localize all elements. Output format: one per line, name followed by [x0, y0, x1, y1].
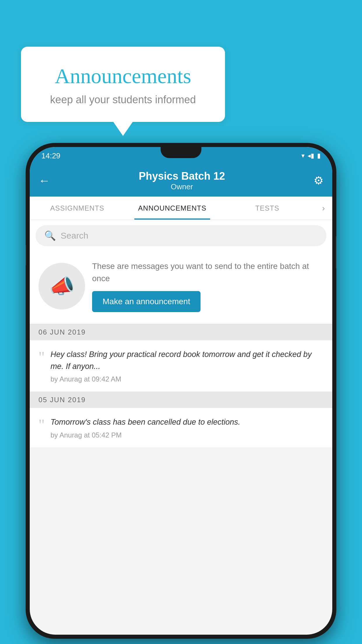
wifi-icon: ▾: [301, 152, 305, 160]
phone-mockup: 14:29 ▾ ◂▮ ▮ ← Physics Batch 12 Owner ⚙: [26, 143, 336, 639]
tab-more[interactable]: ›: [315, 204, 332, 213]
phone-volume-button: [26, 245, 26, 265]
announcement-text-1: Hey class! Bring your practical record b…: [50, 349, 324, 372]
date-separator-2: 05 JUN 2019: [30, 392, 332, 408]
announcement-meta-1: by Anurag at 09:42 AM: [50, 375, 324, 383]
signal-icon: ◂▮: [307, 152, 314, 160]
batch-title: Physics Batch 12: [139, 170, 225, 182]
bubble-title: Announcements: [38, 64, 208, 88]
promo-content: These are messages you want to send to t…: [92, 260, 324, 312]
owner-label: Owner: [139, 182, 225, 191]
date-label-1: 06 JUN 2019: [38, 328, 86, 336]
announcement-item-2[interactable]: " Tomorrow's class has been cancelled du…: [30, 408, 332, 448]
date-separator-1: 06 JUN 2019: [30, 324, 332, 340]
speech-bubble: Announcements keep all your students inf…: [21, 47, 225, 122]
status-time: 14:29: [41, 151, 60, 160]
tabs-bar: ASSIGNMENTS ANNOUNCEMENTS TESTS ›: [30, 197, 332, 220]
promo-card: 📣 These are messages you want to send to…: [30, 251, 332, 324]
search-icon: 🔍: [44, 230, 56, 241]
quote-icon-1: ": [38, 350, 45, 365]
announcement-content-1: Hey class! Bring your practical record b…: [50, 349, 324, 383]
status-icons: ▾ ◂▮ ▮: [301, 152, 321, 160]
phone-outer: 14:29 ▾ ◂▮ ▮ ← Physics Batch 12 Owner ⚙: [26, 143, 336, 639]
phone-power-button: [336, 236, 336, 268]
search-container: 🔍 Search: [30, 220, 332, 251]
speech-bubble-container: Announcements keep all your students inf…: [21, 47, 225, 122]
bubble-subtitle: keep all your students informed: [38, 94, 208, 106]
announcement-content-2: Tomorrow's class has been cancelled due …: [50, 416, 324, 439]
phone-screen: 14:29 ▾ ◂▮ ▮ ← Physics Batch 12 Owner ⚙: [30, 147, 332, 635]
battery-icon: ▮: [317, 152, 321, 160]
date-label-2: 05 JUN 2019: [38, 396, 86, 404]
tab-tests[interactable]: TESTS: [220, 197, 315, 220]
phone-notch: [161, 147, 201, 158]
make-announcement-button[interactable]: Make an announcement: [92, 291, 201, 312]
quote-icon-2: ": [38, 417, 45, 433]
promo-description: These are messages you want to send to t…: [92, 260, 324, 285]
search-placeholder: Search: [61, 231, 88, 241]
announcement-item-1[interactable]: " Hey class! Bring your practical record…: [30, 340, 332, 392]
header-center: Physics Batch 12 Owner: [139, 170, 225, 191]
back-button[interactable]: ←: [38, 174, 50, 187]
megaphone-icon: 📣: [49, 274, 75, 298]
announcement-meta-2: by Anurag at 05:42 PM: [50, 431, 324, 439]
settings-icon[interactable]: ⚙: [314, 174, 324, 187]
app-header: ← Physics Batch 12 Owner ⚙: [30, 164, 332, 197]
tab-announcements[interactable]: ANNOUNCEMENTS: [125, 197, 220, 220]
tab-assignments[interactable]: ASSIGNMENTS: [30, 197, 125, 220]
announcement-icon-circle: 📣: [38, 263, 85, 309]
announcement-text-2: Tomorrow's class has been cancelled due …: [50, 416, 324, 428]
search-box[interactable]: 🔍 Search: [36, 225, 326, 246]
